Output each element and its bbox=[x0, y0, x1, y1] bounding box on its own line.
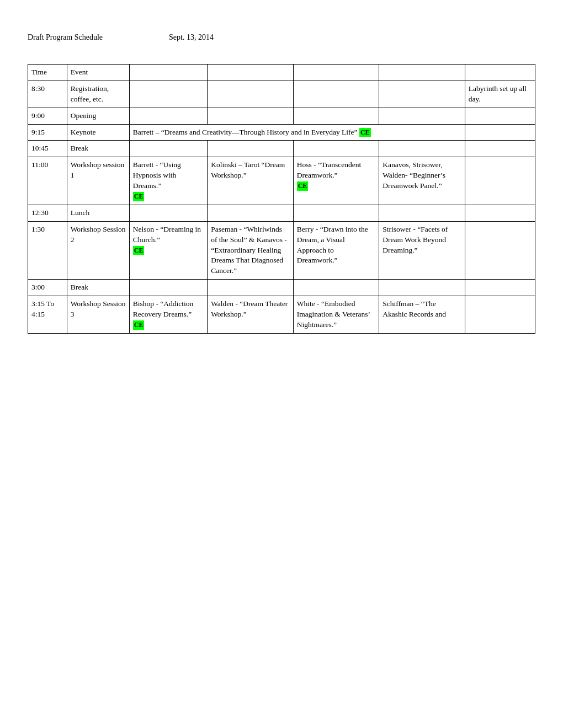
session1-c1: Barrett - “Using Hypnosis with Dreams.” … bbox=[129, 157, 207, 205]
keynote-cell: Barrett – “Dreams and Creativity—Through… bbox=[129, 124, 465, 141]
labyrinth-cell: Labyrinth set up all day. bbox=[465, 81, 535, 108]
session2-c2: Paseman - “Whirlwinds of the Soul” & Kan… bbox=[208, 221, 294, 279]
time-cell: 1:30 bbox=[28, 221, 67, 279]
empty-cell bbox=[465, 280, 535, 296]
col-7-header bbox=[465, 65, 535, 81]
header-date: Sept. 13, 2014 bbox=[169, 33, 214, 42]
session3-c2: Walden - “Dream Theater Workshop.” bbox=[208, 296, 294, 334]
table-row: 8:30 Registration, coffee, etc. Labyrint… bbox=[28, 81, 535, 108]
session3-c1: Bishop - “Addiction Recovery Dreams.” CE bbox=[129, 296, 207, 334]
ce-badge: CE bbox=[297, 181, 309, 191]
time-cell: 10:45 bbox=[28, 141, 67, 157]
table-row: 3:15 To 4:15 Workshop Session 3 Bishop -… bbox=[28, 296, 535, 334]
event-cell: Workshop Session 3 bbox=[67, 296, 129, 334]
session1-c3: Hoss - “Transcendent Dreamwork.” CE bbox=[293, 157, 379, 205]
session3-c3: White - “Embodied Imagination & Veterans… bbox=[293, 296, 379, 334]
page-header: Draft Program Schedule Sept. 13, 2014 bbox=[28, 33, 535, 42]
session2-c1: Nelson - “Dreaming in Church.” CE bbox=[129, 221, 207, 279]
col-6-header bbox=[379, 65, 465, 81]
event-cell: Keynote bbox=[67, 124, 129, 141]
empty-cell bbox=[129, 280, 207, 296]
session2-c5 bbox=[465, 221, 535, 279]
table-row: 11:00 Workshop session 1 Barrett - “Usin… bbox=[28, 157, 535, 205]
session3-c5 bbox=[465, 296, 535, 334]
event-cell: Workshop Session 2 bbox=[67, 221, 129, 279]
empty-cell bbox=[379, 108, 465, 124]
empty-cell bbox=[293, 205, 379, 221]
empty-cell bbox=[129, 205, 207, 221]
empty-cell bbox=[129, 81, 207, 108]
col-5-header bbox=[293, 65, 379, 81]
event-cell: Registration, coffee, etc. bbox=[67, 81, 129, 108]
empty-cell bbox=[465, 124, 535, 141]
empty-cell bbox=[129, 141, 207, 157]
empty-cell bbox=[208, 141, 294, 157]
table-row: 9:15 Keynote Barrett – “Dreams and Creat… bbox=[28, 124, 535, 141]
empty-cell bbox=[293, 280, 379, 296]
header-title: Draft Program Schedule bbox=[28, 33, 103, 42]
empty-cell bbox=[465, 205, 535, 221]
empty-cell bbox=[208, 108, 294, 124]
time-cell: 9:00 bbox=[28, 108, 67, 124]
time-cell: 9:15 bbox=[28, 124, 67, 141]
session1-c4: Kanavos, Strisower, Walden- “Beginner’s … bbox=[379, 157, 465, 205]
session1-c2: Kolinski – Tarot “Dream Workshop.” bbox=[208, 157, 294, 205]
table-row: 10:45 Break bbox=[28, 141, 535, 157]
time-cell: 3:00 bbox=[28, 280, 67, 296]
table-row: 12:30 Lunch bbox=[28, 205, 535, 221]
schedule-table: Time Event 8:30 Registration, coffee, et… bbox=[28, 64, 535, 334]
event-cell: Lunch bbox=[67, 205, 129, 221]
ce-badge: CE bbox=[133, 246, 145, 255]
empty-cell bbox=[129, 108, 207, 124]
empty-cell bbox=[465, 141, 535, 157]
empty-cell bbox=[208, 280, 294, 296]
event-cell: Break bbox=[67, 280, 129, 296]
event-cell: Workshop session 1 bbox=[67, 157, 129, 205]
ce-badge: CE bbox=[359, 128, 371, 137]
empty-cell bbox=[293, 81, 379, 108]
empty-cell bbox=[379, 205, 465, 221]
col-event-header: Event bbox=[67, 65, 129, 81]
time-cell: 12:30 bbox=[28, 205, 67, 221]
ce-badge: CE bbox=[133, 192, 145, 201]
empty-cell bbox=[465, 108, 535, 124]
empty-cell bbox=[293, 108, 379, 124]
time-cell: 3:15 To 4:15 bbox=[28, 296, 67, 334]
empty-cell bbox=[379, 141, 465, 157]
session3-c4: Schiffman – “The Akashic Records and bbox=[379, 296, 465, 334]
empty-cell bbox=[208, 205, 294, 221]
table-row: 1:30 Workshop Session 2 Nelson - “Dreami… bbox=[28, 221, 535, 279]
session2-c3: Berry - “Drawn into the Dream, a Visual … bbox=[293, 221, 379, 279]
session1-c5 bbox=[465, 157, 535, 205]
empty-cell bbox=[379, 280, 465, 296]
table-header-row: Time Event bbox=[28, 65, 535, 81]
event-cell: Break bbox=[67, 141, 129, 157]
col-time-header: Time bbox=[28, 65, 67, 81]
col-4-header bbox=[208, 65, 294, 81]
ce-badge: CE bbox=[133, 320, 145, 330]
session2-c4: Strisower - “Facets of Dream Work Beyond… bbox=[379, 221, 465, 279]
table-row: 9:00 Opening bbox=[28, 108, 535, 124]
empty-cell bbox=[208, 81, 294, 108]
time-cell: 11:00 bbox=[28, 157, 67, 205]
time-cell: 8:30 bbox=[28, 81, 67, 108]
empty-cell bbox=[293, 141, 379, 157]
event-cell: Opening bbox=[67, 108, 129, 124]
empty-cell bbox=[379, 81, 465, 108]
table-row: 3:00 Break bbox=[28, 280, 535, 296]
col-3-header bbox=[129, 65, 207, 81]
